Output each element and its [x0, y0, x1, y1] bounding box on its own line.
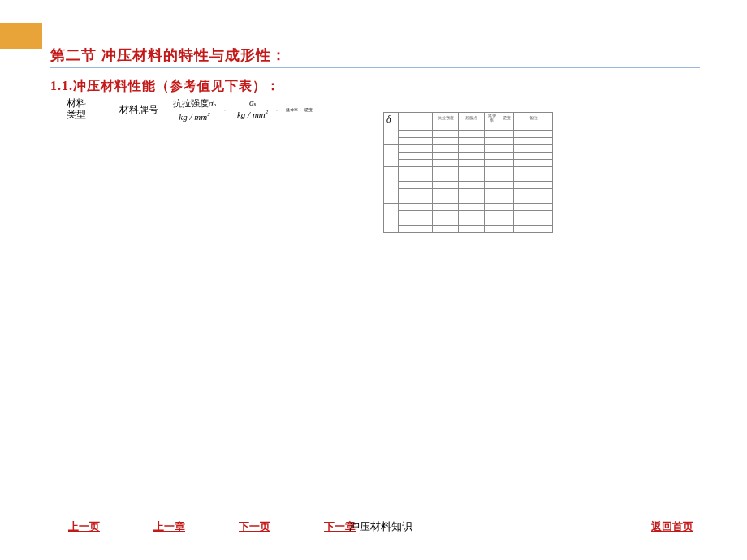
tensile-label: 抗拉强度 — [173, 97, 209, 110]
subtitle: 1.1.冲压材料性能（参考值见下表）： — [50, 78, 280, 95]
table-row — [384, 218, 553, 226]
table-row — [384, 138, 553, 145]
th-blank2 — [399, 113, 433, 123]
small-label-1: 延伸率 — [286, 107, 298, 122]
table-row — [384, 226, 553, 233]
table-row — [384, 145, 553, 153]
small-label-2: 硬度 — [304, 107, 313, 122]
table-header-row: 抗拉强度 屈服点 延伸率 硬度 备注 — [384, 113, 553, 123]
table-row — [384, 211, 553, 218]
column-headers: 材料类型 材料牌号 抗拉强度 σ b kg / mm2 ， σ s kg / m… — [67, 97, 313, 122]
table-row — [384, 174, 553, 182]
punct-2: ， — [274, 106, 279, 122]
unit-2: kg / mm2 — [237, 109, 268, 119]
sigma-b-sub: b — [213, 101, 216, 108]
prev-page-link[interactable]: 上一页 — [68, 519, 100, 534]
title-container: 第二节 冲压材料的特性与成形性： — [50, 41, 700, 68]
material-data-table: 抗拉强度 屈服点 延伸率 硬度 备注 — [383, 112, 553, 233]
decorative-left-block — [0, 23, 42, 49]
table-row — [384, 196, 553, 204]
home-link[interactable]: 返回首页 — [651, 519, 693, 534]
table-row — [384, 204, 553, 211]
table-row — [384, 160, 553, 167]
th-strength: 抗拉强度 — [433, 113, 459, 123]
yield-header: σ s kg / mm2 — [237, 97, 268, 122]
table-body — [384, 123, 553, 233]
th-remark: 备注 — [514, 113, 553, 123]
sigma-s-sub: s — [253, 101, 256, 107]
tensile-strength-header: 抗拉强度 σ b kg / mm2 — [173, 97, 216, 122]
section-title: 第二节 冲压材料的特性与成形性： — [50, 45, 287, 65]
table-row — [384, 123, 553, 131]
next-page-link[interactable]: 下一页 — [239, 519, 270, 534]
navigation-bar: 上一页 上一章 下一页 下一章 冲压材料知识 返回首页 — [68, 519, 718, 534]
th-elong: 延伸率 — [485, 113, 499, 123]
material-type-header: 材料类型 — [67, 97, 107, 122]
th-yield: 屈服点 — [459, 113, 485, 123]
punct-1: ， — [222, 106, 227, 122]
prev-chapter-link[interactable]: 上一章 — [153, 519, 185, 534]
th-hard: 硬度 — [499, 113, 514, 123]
material-grade-header: 材料牌号 — [119, 103, 158, 122]
th-blank1 — [384, 113, 399, 123]
table-row — [384, 131, 553, 138]
unit-1: kg / mm2 — [179, 111, 209, 122]
footer-title: 冲压材料知识 — [349, 519, 412, 534]
table-row — [384, 189, 553, 196]
table-row — [384, 153, 553, 160]
table-row — [384, 182, 553, 189]
table-row — [384, 167, 553, 174]
